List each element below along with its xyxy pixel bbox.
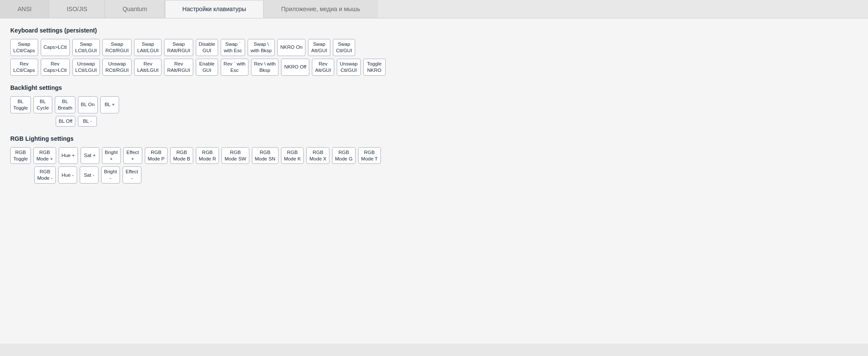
key-button[interactable]: Swap RCtl/RGUI [102,39,132,56]
key-button[interactable]: BL Breath [55,96,75,113]
key-button[interactable]: Swap RAlt/RGUI [164,39,193,56]
key-button[interactable]: RGB Mode K [281,147,304,164]
key-button[interactable]: Hue + [59,147,78,164]
rgb-row-1: RGB ToggleRGB Mode +Hue +Sat +Bright +Ef… [10,147,858,164]
key-button[interactable]: BL - [78,116,97,127]
key-button[interactable]: Rev Alt/GUI [312,59,334,76]
backlight-settings-section: Backlight settings BL ToggleBL CycleBL B… [10,84,858,127]
keyboard-row-2: Rev LCtl/CapsRev Caps>LCtlUnswap LCtl/LG… [10,59,858,76]
key-button[interactable]: RGB Mode R [196,147,219,164]
key-button[interactable]: Bright - [101,166,120,184]
key-button[interactable]: Toggle NKRO [363,59,386,76]
key-button[interactable]: Rev RAlt/RGUI [164,59,193,76]
key-button[interactable]: Swap Ctl/GUI [333,39,355,56]
key-button[interactable]: Rev \ with Bksp [251,59,279,76]
key-button[interactable]: Sat - [80,166,99,184]
key-button[interactable]: RGB Mode SW [221,147,249,164]
rgb-settings-section: RGB Lighting settings RGB ToggleRGB Mode… [10,135,858,184]
key-button[interactable]: BL Cycle [33,96,52,113]
tab-keyboard-settings[interactable]: Настройки клавиатуры [165,0,264,18]
key-button[interactable]: Unswap RCtl/RGUI [102,59,132,76]
rgb-settings-title: RGB Lighting settings [10,135,858,142]
key-button[interactable]: Swap \ with Bksp [248,39,275,56]
key-button[interactable]: Enable GUI [196,59,218,76]
key-button[interactable]: Rev LAlt/LGUI [134,59,162,76]
key-button[interactable]: Effect + [123,147,142,164]
key-button[interactable]: BL Toggle [10,96,31,113]
key-button[interactable]: RGB Mode P [145,147,168,164]
key-button[interactable]: Sat + [81,147,99,164]
key-button[interactable]: Swap LAlt/LGUI [134,39,162,56]
key-button[interactable]: BL Off [56,116,75,127]
key-button[interactable]: RGB Mode SN [252,147,278,164]
key-button[interactable]: Bright + [102,147,121,164]
key-button[interactable]: Swap Alt/GUI [308,39,330,56]
key-button[interactable]: Rev LCtl/Caps [10,59,38,76]
key-button[interactable]: NKRO Off [281,59,309,76]
backlight-row-1: BL ToggleBL CycleBL BreathBL OnBL + [10,96,858,113]
key-button[interactable]: RGB Toggle [10,147,31,164]
keyboard-settings-title: Keyboard settings (persistent) [10,27,858,34]
key-button[interactable]: Swap ` with Esc [221,39,245,56]
key-button[interactable]: Unswap Ctl/GUI [337,59,361,76]
key-button[interactable]: Swap LCtl/LGUI [72,39,100,56]
backlight-spacer [10,116,53,127]
backlight-row-2: BL OffBL - [10,116,858,127]
content-area: Keyboard settings (persistent) Swap LCtl… [0,18,868,344]
tab-ansi[interactable]: ANSI [0,0,49,18]
key-button[interactable]: RGB Mode T [358,147,381,164]
rgb-spacer [10,166,32,184]
key-button[interactable]: Rev ` with Esc [221,59,248,76]
key-button[interactable]: Effect - [123,166,141,184]
key-button[interactable]: RGB Mode X [306,147,329,164]
tab-bar: ANSI ISO/JIS Quantum Настройки клавиатур… [0,0,868,18]
key-button[interactable]: Swap LCtl/Caps [10,39,38,56]
key-button[interactable]: Rev Caps>LCtl [41,59,70,76]
key-button[interactable]: BL On [78,96,98,113]
tab-iso[interactable]: ISO/JIS [49,0,105,18]
tab-app-media[interactable]: Приложение, медиа и мышь [263,0,378,18]
key-button[interactable]: Disable GUI [196,39,218,56]
keyboard-row-1: Swap LCtl/CapsCaps>LCtlSwap LCtl/LGUISwa… [10,39,858,56]
key-button[interactable]: RGB Mode B [170,147,193,164]
tabs-container: ANSI ISO/JIS Quantum Настройки клавиатур… [0,0,868,18]
key-button[interactable]: BL + [100,96,119,113]
key-button[interactable]: Caps>LCtl [41,39,70,56]
tab-quantum[interactable]: Quantum [105,0,165,18]
keyboard-settings-section: Keyboard settings (persistent) Swap LCtl… [10,27,858,76]
key-button[interactable]: RGB Mode - [34,166,56,184]
backlight-settings-title: Backlight settings [10,84,858,91]
rgb-row-2: RGB Mode -Hue -Sat -Bright -Effect - [10,166,858,184]
key-button[interactable]: Unswap LCtl/LGUI [72,59,100,76]
key-button[interactable]: RGB Mode G [332,147,356,164]
key-button[interactable]: Hue - [58,166,77,184]
key-button[interactable]: NKRO On [277,39,305,56]
key-button[interactable]: RGB Mode + [33,147,56,164]
